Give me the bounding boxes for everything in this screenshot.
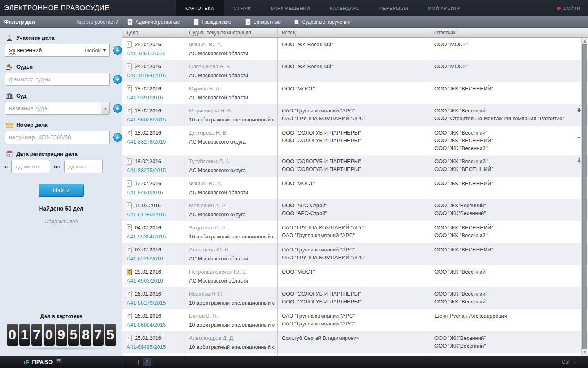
nav-item-4[interactable]: ПЕРЕРЫВЫ — [370, 0, 418, 16]
page-2-button[interactable]: 2 — [143, 358, 151, 366]
table-scrollbar[interactable] — [581, 38, 587, 356]
case-number-link[interactable]: А41-6226/2016 — [127, 255, 163, 263]
column-header-case: Дело — [122, 28, 185, 37]
table-row[interactable]: Г12.02.2016А41-8451/2016Фаньян Ю. А.АС М… — [122, 177, 588, 199]
case-date: 18.02.2016 — [135, 85, 161, 92]
plaintiff-name: ООО "МОСТ" — [282, 268, 428, 276]
counter-digit: 1 — [19, 324, 30, 346]
table-row[interactable]: Г18.02.2016А41-88275/2015Тутубалина Л. А… — [122, 155, 588, 177]
court-instance: 10 арбитражный апелляционный су, — [189, 233, 275, 240]
cases-table: Дело Судья | текущая инстанция Истец Отв… — [122, 28, 588, 356]
case-number-link[interactable]: А41-86884/2015 — [127, 321, 166, 329]
case-number-link[interactable]: А41-88275/2015 — [127, 166, 166, 174]
court-instance: АС Московской области — [189, 277, 275, 285]
case-type-tab-3[interactable]: Судебные поручения — [294, 19, 350, 25]
table-row[interactable]: Г24.02.2016А41-10184/2016Плотникова Н. В… — [122, 60, 588, 82]
participant-type-dropdown[interactable]: Любой — [85, 44, 106, 56]
table-row[interactable]: Г04.02.2016А41-95364/2015Закутская С. А.… — [122, 221, 588, 243]
case-number-link[interactable]: А41-61780/2015 — [127, 211, 166, 218]
court-instance: 10 арбитражный апелляционный су, — [189, 321, 275, 329]
date-to-input[interactable]: дд.мм.гггг — [64, 160, 103, 173]
nav-item-0[interactable]: КАРТОТЕКА — [176, 0, 224, 16]
case-number-link[interactable]: А41-95364/2015 — [127, 233, 166, 240]
court-instance: 10 арбитражный апелляционный су, — [189, 299, 275, 307]
table-row[interactable]: Г28.01.2016А41-4963/2016Петропавловская … — [122, 265, 588, 287]
judge-name: Плотникова Н. В. — [189, 63, 275, 70]
judge-input[interactable]: фамилия судьи — [5, 73, 110, 86]
court-select[interactable]: название суда — [5, 102, 110, 115]
nav-item-1[interactable]: СТРАЖ — [224, 0, 261, 16]
case-number-link[interactable]: А41-9391/2016 — [127, 94, 163, 101]
case-date: 04.02.2016 — [135, 224, 161, 231]
date-from-input[interactable]: дд.мм.гггг — [11, 160, 50, 173]
date-from-label: с — [5, 164, 8, 170]
add-court-button[interactable]: + — [113, 104, 122, 113]
court-select-arrow[interactable] — [101, 102, 109, 114]
case-date: 25.02.2016 — [135, 40, 161, 48]
table-row[interactable]: Г18.02.2016А41-9391/2016Мурина В. А.АС М… — [122, 82, 588, 104]
defendant-name: ООО "ЖК "Весенний" — [434, 107, 579, 114]
case-number-link[interactable]: А41-10511/2016 — [127, 49, 165, 57]
case-date: 12.02.2016 — [135, 180, 161, 187]
case-date: 26.01.2016 — [135, 312, 161, 320]
defendant-name: ООО "ЖК "ВЕСЕННИЙ" — [434, 180, 579, 187]
login-button[interactable]: ВОЙТИ — [557, 0, 588, 16]
case-number-link[interactable]: А41-88279/2015 — [127, 299, 166, 307]
add-participant-button[interactable]: + — [113, 46, 122, 55]
judge-name: Петропавловская Ю. С. — [189, 268, 275, 276]
bottom-bar: ıP ПРАВО RU 1 2 Ctrl → — [0, 356, 588, 368]
case-number-link[interactable]: А41-10184/2016 — [127, 72, 166, 79]
scrollbar-thumb[interactable] — [582, 44, 587, 349]
court-label: Суд — [16, 93, 27, 99]
pagination: 1 2 — [122, 358, 151, 366]
case-type-icon: Г — [127, 291, 132, 297]
case-date: 28.01.2016 — [135, 268, 161, 276]
defendant-name: ООО "ЖК "Весенний" — [434, 231, 579, 239]
search-button[interactable]: Найти — [39, 184, 84, 196]
judge-name: Марченкова Н. В. — [189, 107, 275, 114]
court-instance: АС Московской области — [189, 188, 275, 196]
case-type-tabs: ААдминистративныеГГражданскиеББанкротные… — [122, 19, 350, 25]
nav-item-5[interactable]: МОЙ АРБИТР — [418, 0, 470, 16]
court-instance: 10 арбитражный апелляционный су, — [189, 116, 275, 123]
table-row[interactable]: Г25.02.2016А41-10511/2016Фаньян Ю. А.АС … — [122, 38, 588, 60]
judge-name: Фаньян Ю. А. — [189, 180, 275, 187]
case-number-link[interactable]: А41-88278/2015 — [127, 138, 166, 146]
chevron-down-icon — [577, 161, 581, 170]
defendant-name: ООО "ЖК "Весенний" — [434, 144, 579, 152]
plaintiff-name: ООО "СОЛОГУБ И ПАРТНЕРЫ" — [282, 298, 428, 305]
page-1-button[interactable]: 1 — [137, 359, 140, 365]
top-nav: ЭЛЕКТРОННОЕ ПРАВОСУДИЕ КАРТОТЕКАСТРАЖБАН… — [0, 0, 588, 16]
table-row[interactable]: Г03.02.2016А41-6226/2016Агальцева Ю. В.А… — [122, 243, 588, 265]
table-row[interactable]: Г18.02.2016А41-96028/2015Марченкова Н. В… — [122, 104, 588, 126]
reset-all-link[interactable]: Сбросить все — [5, 218, 118, 224]
how-it-works-link[interactable]: Как это работает? — [77, 19, 118, 25]
case-number-link[interactable]: А41-96028/2015 — [127, 116, 166, 123]
case-type-tab-2[interactable]: ББанкротные — [245, 19, 281, 25]
case-number-link[interactable]: А41-8451/2016 — [127, 188, 163, 196]
participant-input[interactable]: жк весенний Любой — [5, 44, 110, 57]
case-number-input[interactable]: например, А50-5568/08 — [5, 131, 110, 144]
case-type-tab-label: Гражданские — [202, 19, 231, 25]
judge-gavel-icon — [6, 63, 13, 70]
results-count: Найдено 50 дел — [5, 205, 118, 212]
add-judge-button[interactable]: + — [113, 75, 122, 84]
table-row[interactable]: Г18.02.2016А41-88278/2015Дегтярева Н. В.… — [122, 126, 588, 155]
plaintiff-name: ОАО "Группа компаний "АРС" — [282, 246, 428, 254]
table-row[interactable]: Г26.01.2016А41-86884/2015Быков В. П.10 а… — [122, 309, 588, 331]
scroll-down-arrow[interactable] — [582, 349, 588, 355]
chevron-up-icon — [577, 129, 581, 138]
case-type-tab-1[interactable]: ГГражданские — [194, 19, 231, 25]
nav-item-3[interactable]: КАЛЕНДАРЬ — [320, 0, 370, 16]
table-row[interactable]: Г25.01.2016А41-69495/2015Александров Д. … — [122, 331, 588, 353]
table-row[interactable]: Г26.01.2016А41-88279/2015Иванова Л. Н.10… — [122, 287, 588, 309]
table-row[interactable]: Г11.02.2016А41-61780/2015Малюшин А. А.АС… — [122, 199, 588, 221]
scroll-up-arrow[interactable] — [582, 38, 588, 44]
defendant-name: ООО "ЖК "ВЕСЕННИЙ" — [434, 85, 579, 92]
case-number-link[interactable]: А41-69495/2015 — [127, 343, 166, 351]
case-number-link[interactable]: А41-4963/2016 — [127, 277, 163, 285]
nav-item-2[interactable]: БАНК РЕШЕНИЙ — [261, 0, 320, 16]
logo-mark-icon: ıP — [24, 359, 29, 365]
add-case-number-button[interactable]: + — [113, 133, 122, 142]
case-type-tab-0[interactable]: ААдминистративные — [127, 19, 180, 25]
